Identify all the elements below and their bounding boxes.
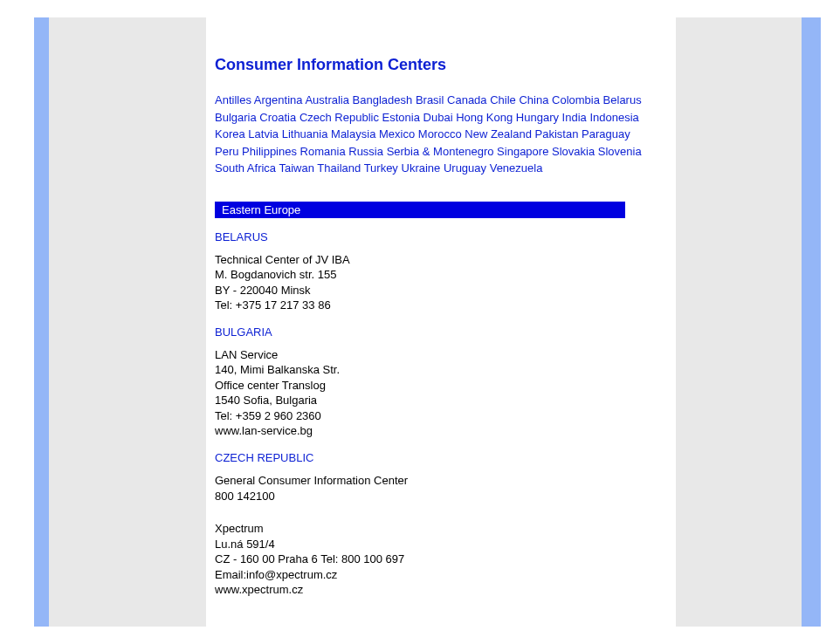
nav-link-new-zealand[interactable]: New Zealand — [465, 127, 532, 140]
nav-link-croatia[interactable]: Croatia — [259, 111, 296, 124]
nav-link-indonesia[interactable]: Indonesia — [589, 111, 638, 124]
address-line: CZ - 160 00 Praha 6 Tel: 800 100 697 — [215, 552, 667, 567]
nav-link-chile[interactable]: Chile — [490, 93, 516, 106]
nav-link-uruguay[interactable]: Uruguay — [444, 161, 486, 175]
country-block-czech-1: General Consumer Information Center800 1… — [215, 473, 667, 504]
nav-link-romania[interactable]: Romania — [300, 145, 346, 158]
address-line: General Consumer Information Center — [215, 473, 667, 489]
nav-link-belarus[interactable]: Belarus — [603, 93, 642, 106]
address-line: Office center Translog — [215, 378, 667, 394]
address-line: 140, Mimi Balkanska Str. — [215, 362, 667, 378]
nav-link-taiwan[interactable]: Taiwan — [279, 161, 314, 175]
address-line: 800 142100 — [215, 489, 667, 504]
nav-link-estonia[interactable]: Estonia — [382, 111, 420, 124]
nav-link-peru[interactable]: Peru — [215, 145, 238, 158]
address-line: LAN Service — [215, 347, 667, 363]
nav-link-venezuela[interactable]: Venezuela — [490, 161, 543, 175]
decor-bar-left — [34, 17, 49, 627]
nav-link-lithuania[interactable]: Lithuania — [282, 127, 328, 140]
country-heading-belarus: BELARUS — [215, 230, 667, 243]
content-area: Consumer Information Centers Antilles Ar… — [206, 17, 676, 627]
nav-link-morocco[interactable]: Morocco — [418, 127, 462, 140]
nav-link-canada[interactable]: Canada — [447, 93, 487, 106]
gray-column-right — [676, 17, 802, 627]
address-line: Tel: +375 17 217 33 86 — [215, 298, 667, 313]
region-header: Eastern Europe — [215, 202, 625, 218]
address-line: BY - 220040 Minsk — [215, 283, 667, 298]
address-line: Lu.ná 591/4 — [215, 537, 667, 552]
nav-link-malaysia[interactable]: Malaysia — [331, 127, 375, 140]
page-outer: Consumer Information Centers Antilles Ar… — [0, 0, 833, 644]
nav-link-korea[interactable]: Korea — [215, 127, 245, 140]
nav-link-czech-republic[interactable]: Czech Republic — [299, 111, 379, 124]
nav-link-brasil[interactable]: Brasil — [416, 93, 444, 106]
nav-link-thailand[interactable]: Thailand — [317, 161, 361, 175]
nav-link-hong-kong[interactable]: Hong Kong — [456, 111, 513, 124]
nav-link-mexico[interactable]: Mexico — [379, 127, 415, 140]
country-block-belarus: Technical Center of JV IBAM. Bogdanovich… — [215, 252, 667, 313]
address-line: M. Bogdanovich str. 155 — [215, 267, 667, 283]
nav-link-bangladesh[interactable]: Bangladesh — [353, 93, 413, 106]
nav-link-slovenia[interactable]: Slovenia — [598, 145, 642, 158]
country-heading-czech: CZECH REPUBLIC — [215, 451, 667, 464]
address-line: 1540 Sofia, Bulgaria — [215, 393, 667, 408]
nav-link-paraguay[interactable]: Paraguay — [582, 127, 630, 140]
country-block-bulgaria: LAN Service140, Mimi Balkanska Str.Offic… — [215, 347, 667, 439]
address-line: Email:info@xpectrum.cz — [215, 567, 667, 583]
page-title: Consumer Information Centers — [215, 56, 667, 74]
country-block-czech-2: XpectrumLu.ná 591/4CZ - 160 00 Praha 6 T… — [215, 521, 667, 598]
nav-link-russia[interactable]: Russia — [348, 145, 383, 158]
nav-link-india[interactable]: India — [562, 111, 587, 124]
nav-link-antilles[interactable]: Antilles — [215, 93, 251, 106]
address-line: Technical Center of JV IBA — [215, 252, 667, 268]
nav-link-serbia-montenegro[interactable]: Serbia & Montenegro — [387, 145, 494, 158]
country-nav-links: Antilles Argentina Australia Bangladesh … — [215, 92, 643, 177]
nav-link-pakistan[interactable]: Pakistan — [535, 127, 579, 140]
address-line: Tel: +359 2 960 2360 — [215, 408, 667, 424]
gray-column-left — [49, 17, 206, 627]
nav-link-hungary[interactable]: Hungary — [516, 111, 559, 124]
nav-link-china[interactable]: China — [519, 93, 548, 106]
nav-link-singapore[interactable]: Singapore — [497, 145, 548, 158]
address-line: www.xpectrum.cz — [215, 582, 667, 598]
nav-link-philippines[interactable]: Philippines — [242, 145, 297, 158]
nav-link-argentina[interactable]: Argentina — [254, 93, 303, 106]
nav-link-australia[interactable]: Australia — [305, 93, 349, 106]
nav-link-ukraine[interactable]: Ukraine — [402, 161, 441, 175]
country-heading-bulgaria: BULGARIA — [215, 325, 667, 339]
nav-link-colombia[interactable]: Colombia — [552, 93, 600, 106]
nav-link-turkey[interactable]: Turkey — [364, 161, 398, 175]
nav-link-dubai[interactable]: Dubai — [423, 111, 453, 124]
nav-link-bulgaria[interactable]: Bulgaria — [215, 111, 257, 124]
decor-bar-right — [802, 17, 821, 627]
address-line: Xpectrum — [215, 521, 667, 537]
nav-link-slovakia[interactable]: Slovakia — [552, 145, 595, 158]
address-line: www.lan-service.bg — [215, 423, 667, 439]
nav-link-latvia[interactable]: Latvia — [248, 127, 279, 140]
nav-link-south-africa[interactable]: South Africa — [215, 161, 276, 175]
